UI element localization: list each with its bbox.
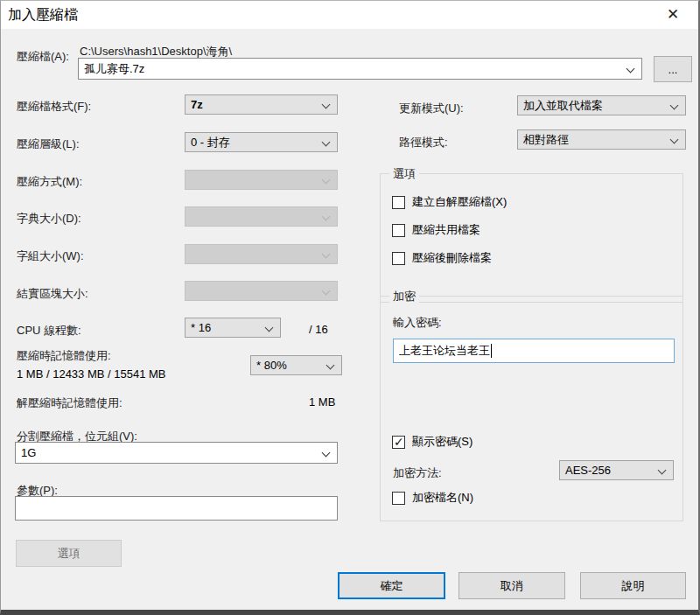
format-value: 7z <box>191 98 203 111</box>
browse-label: ... <box>668 63 678 76</box>
checkbox-icon <box>392 252 405 265</box>
chevron-down-icon <box>322 213 331 221</box>
options-group: 選項 建立自解壓縮檔(X) 壓縮共用檔案 壓縮後刪除檔案 <box>380 173 683 303</box>
cancel-button-label: 取消 <box>500 578 523 594</box>
encrypt-filenames-checkbox[interactable]: 加密檔名(N) <box>392 490 473 506</box>
word-size-combo <box>185 244 338 264</box>
solid-block-combo <box>185 281 338 301</box>
memory-compress-detail: 1 MB / 12433 MB / 15541 MB <box>17 367 166 381</box>
titlebar: 加入壓縮檔 ✕ <box>1 1 698 29</box>
compress-shared-label: 壓縮共用檔案 <box>412 222 480 238</box>
update-mode-value: 加入並取代檔案 <box>523 98 603 114</box>
encryption-group-title: 加密 <box>389 289 419 304</box>
close-icon[interactable]: ✕ <box>660 4 686 25</box>
ok-button[interactable]: 確定 <box>338 572 445 599</box>
encryption-method-value: AES-256 <box>565 464 611 477</box>
cpu-threads-combo[interactable]: * 16 <box>185 318 281 338</box>
password-value: 上老王论坛当老王 <box>399 343 490 359</box>
chevron-down-icon <box>326 361 335 370</box>
path-mode-value: 相對路徑 <box>523 132 569 148</box>
checkbox-icon <box>392 492 405 505</box>
window-title: 加入壓縮檔 <box>8 6 78 24</box>
delete-after-checkbox[interactable]: 壓縮後刪除檔案 <box>392 250 492 266</box>
chevron-down-icon <box>265 324 274 332</box>
options-group-title: 選項 <box>389 166 419 182</box>
checkbox-icon <box>392 196 405 209</box>
options-button[interactable]: 選項 <box>16 540 122 567</box>
cpu-threads-value: * 16 <box>191 321 211 334</box>
show-password-checkbox[interactable]: 顯示密碼(S) <box>392 434 472 450</box>
chevron-down-icon <box>322 287 331 296</box>
path-mode-combo[interactable]: 相對路徑 <box>517 129 686 150</box>
encryption-method-combo[interactable]: AES-256 <box>559 460 674 480</box>
create-sfx-label: 建立自解壓縮檔(X) <box>412 194 507 210</box>
encrypt-filenames-label: 加密檔名(N) <box>412 490 473 506</box>
encryption-method-label: 加密方法: <box>393 465 442 481</box>
add-to-archive-dialog: 加入壓縮檔 ✕ 壓縮檔(A): C:\Users\hash1\Desktop\海… <box>0 0 700 615</box>
update-mode-combo[interactable]: 加入並取代檔案 <box>517 95 686 115</box>
delete-after-label: 壓縮後刪除檔案 <box>412 250 492 266</box>
chevron-down-icon <box>658 466 667 475</box>
dictionary-combo <box>185 206 338 227</box>
solid-block-label: 結實區塊大小: <box>17 286 88 302</box>
checkbox-icon <box>392 436 405 449</box>
memory-decompress-value: 1 MB <box>309 395 335 409</box>
checkbox-icon <box>392 224 405 237</box>
method-label: 壓縮方式(M): <box>17 174 82 190</box>
chevron-down-icon <box>322 250 331 259</box>
ok-button-label: 確定 <box>381 578 403 594</box>
archive-name-combo[interactable]: 孤儿寡母.7z <box>78 58 642 80</box>
memory-compress-label: 壓縮時記憶體使用: <box>17 348 111 364</box>
text-caret <box>491 344 492 358</box>
create-sfx-checkbox[interactable]: 建立自解壓縮檔(X) <box>392 194 507 210</box>
chevron-down-icon <box>322 101 331 109</box>
path-mode-label: 路徑模式: <box>399 135 448 150</box>
memory-usage-combo[interactable]: * 80% <box>250 355 342 375</box>
show-password-label: 顯示密碼(S) <box>412 434 472 450</box>
browse-button[interactable]: ... <box>654 56 692 82</box>
compress-shared-checkbox[interactable]: 壓縮共用檔案 <box>392 222 480 238</box>
cpu-threads-label: CPU 線程數: <box>17 323 81 339</box>
help-button[interactable]: 說明 <box>580 572 686 599</box>
split-volume-value: 1G <box>21 446 36 459</box>
update-mode-label: 更新模式(U): <box>399 101 464 116</box>
chevron-down-icon <box>322 449 331 458</box>
format-combo[interactable]: 7z <box>185 94 338 115</box>
password-input[interactable]: 上老王论坛当老王 <box>393 339 675 363</box>
memory-decompress-label: 解壓縮時記憶體使用: <box>17 395 122 411</box>
split-volume-combo[interactable]: 1G <box>15 442 338 464</box>
encryption-group: 加密 輸入密碼: 上老王论坛当老王 顯示密碼(S) 加密方法: AES-256 … <box>380 296 683 521</box>
memory-usage-value: * 80% <box>256 359 287 372</box>
options-button-label: 選項 <box>58 546 80 562</box>
chevron-down-icon <box>322 176 331 185</box>
help-button-label: 說明 <box>622 578 645 594</box>
word-size-label: 字組大小(W): <box>17 248 84 264</box>
dictionary-label: 字典大小(D): <box>17 211 81 227</box>
chevron-down-icon <box>670 136 679 144</box>
method-combo <box>185 170 338 190</box>
chevron-down-icon <box>626 65 635 73</box>
level-value: 0 - 封存 <box>191 135 230 150</box>
level-combo[interactable]: 0 - 封存 <box>185 132 338 152</box>
archive-label: 壓縮檔(A): <box>17 49 69 65</box>
format-label: 壓縮檔格式(F): <box>17 99 91 115</box>
parameters-input[interactable] <box>15 496 338 521</box>
dialog-body: 壓縮檔(A): C:\Users\hash1\Desktop\海角\ 孤儿寡母.… <box>1 29 698 611</box>
level-label: 壓縮層級(L): <box>17 136 80 152</box>
password-label: 輸入密碼: <box>393 315 442 331</box>
chevron-down-icon <box>322 138 331 147</box>
archive-name-value: 孤儿寡母.7z <box>84 61 144 77</box>
chevron-down-icon <box>670 101 679 110</box>
cpu-threads-max: / 16 <box>309 323 328 336</box>
cancel-button[interactable]: 取消 <box>458 572 565 599</box>
